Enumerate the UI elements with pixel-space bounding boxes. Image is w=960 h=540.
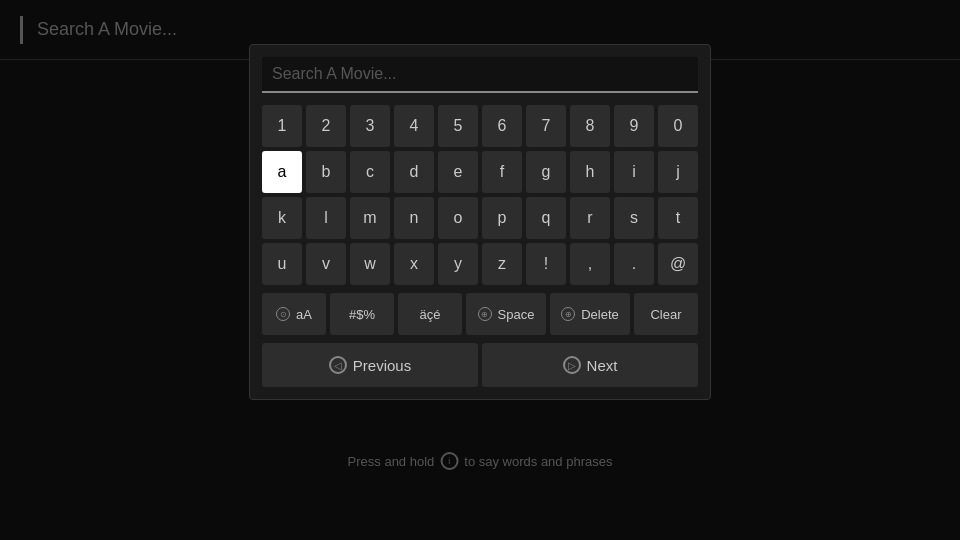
key-n[interactable]: n	[394, 197, 434, 239]
clear-button[interactable]: Clear	[634, 293, 698, 335]
key-at[interactable]: @	[658, 243, 698, 285]
key-g[interactable]: g	[526, 151, 566, 193]
key-6[interactable]: 6	[482, 105, 522, 147]
numbers-row: 1 2 3 4 5 6 7 8 9 0	[262, 105, 698, 147]
key-h[interactable]: h	[570, 151, 610, 193]
row-aj: a b c d e f g h i j	[262, 151, 698, 193]
key-exclaim[interactable]: !	[526, 243, 566, 285]
key-3[interactable]: 3	[350, 105, 390, 147]
hint-icon: i	[440, 452, 458, 470]
hint-text: Press and hold i to say words and phrase…	[348, 452, 613, 470]
space-button[interactable]: ⊕ Space	[466, 293, 546, 335]
keyboard-overlay: 1 2 3 4 5 6 7 8 9 0 a b c d e f g h i j …	[249, 44, 711, 400]
delete-label: Delete	[581, 307, 619, 322]
key-7[interactable]: 7	[526, 105, 566, 147]
key-y[interactable]: y	[438, 243, 478, 285]
nav-buttons-row: ◁ Previous ▷ Next	[262, 343, 698, 387]
symbols-label: #$%	[349, 307, 375, 322]
key-v[interactable]: v	[306, 243, 346, 285]
key-w[interactable]: w	[350, 243, 390, 285]
key-d[interactable]: d	[394, 151, 434, 193]
key-8[interactable]: 8	[570, 105, 610, 147]
symbols-button[interactable]: #$%	[330, 293, 394, 335]
keyboard-grid: 1 2 3 4 5 6 7 8 9 0 a b c d e f g h i j …	[262, 105, 698, 387]
key-t[interactable]: t	[658, 197, 698, 239]
key-5[interactable]: 5	[438, 105, 478, 147]
accents-button[interactable]: äçé	[398, 293, 462, 335]
key-1[interactable]: 1	[262, 105, 302, 147]
key-2[interactable]: 2	[306, 105, 346, 147]
previous-label: Previous	[353, 357, 411, 374]
delete-button[interactable]: ⊕ Delete	[550, 293, 630, 335]
hint-prefix: Press and hold	[348, 454, 435, 469]
key-u[interactable]: u	[262, 243, 302, 285]
key-e[interactable]: e	[438, 151, 478, 193]
special-keys-row: ⊙ aA #$% äçé ⊕ Space ⊕ Delete Clear	[262, 293, 698, 335]
case-toggle-label: aA	[296, 307, 312, 322]
space-label: Space	[498, 307, 535, 322]
key-9[interactable]: 9	[614, 105, 654, 147]
search-input[interactable]	[262, 57, 698, 93]
key-i[interactable]: i	[614, 151, 654, 193]
key-s[interactable]: s	[614, 197, 654, 239]
next-button[interactable]: ▷ Next	[482, 343, 698, 387]
key-l[interactable]: l	[306, 197, 346, 239]
key-k[interactable]: k	[262, 197, 302, 239]
top-search-placeholder: Search A Movie...	[37, 19, 177, 40]
row-kt: k l m n o p q r s t	[262, 197, 698, 239]
hint-suffix: to say words and phrases	[464, 454, 612, 469]
delete-icon: ⊕	[561, 307, 575, 321]
next-label: Next	[587, 357, 618, 374]
key-o[interactable]: o	[438, 197, 478, 239]
key-j[interactable]: j	[658, 151, 698, 193]
key-r[interactable]: r	[570, 197, 610, 239]
key-0[interactable]: 0	[658, 105, 698, 147]
clear-label: Clear	[650, 307, 681, 322]
previous-icon: ◁	[329, 356, 347, 374]
key-f[interactable]: f	[482, 151, 522, 193]
key-m[interactable]: m	[350, 197, 390, 239]
accents-label: äçé	[420, 307, 441, 322]
key-x[interactable]: x	[394, 243, 434, 285]
space-icon: ⊕	[478, 307, 492, 321]
row-u-at: u v w x y z ! , . @	[262, 243, 698, 285]
case-toggle-button[interactable]: ⊙ aA	[262, 293, 326, 335]
key-period[interactable]: .	[614, 243, 654, 285]
key-b[interactable]: b	[306, 151, 346, 193]
key-z[interactable]: z	[482, 243, 522, 285]
previous-button[interactable]: ◁ Previous	[262, 343, 478, 387]
case-icon: ⊙	[276, 307, 290, 321]
key-4[interactable]: 4	[394, 105, 434, 147]
search-bar-divider	[20, 16, 23, 44]
key-comma[interactable]: ,	[570, 243, 610, 285]
key-a[interactable]: a	[262, 151, 302, 193]
key-p[interactable]: p	[482, 197, 522, 239]
next-icon: ▷	[563, 356, 581, 374]
key-c[interactable]: c	[350, 151, 390, 193]
key-q[interactable]: q	[526, 197, 566, 239]
